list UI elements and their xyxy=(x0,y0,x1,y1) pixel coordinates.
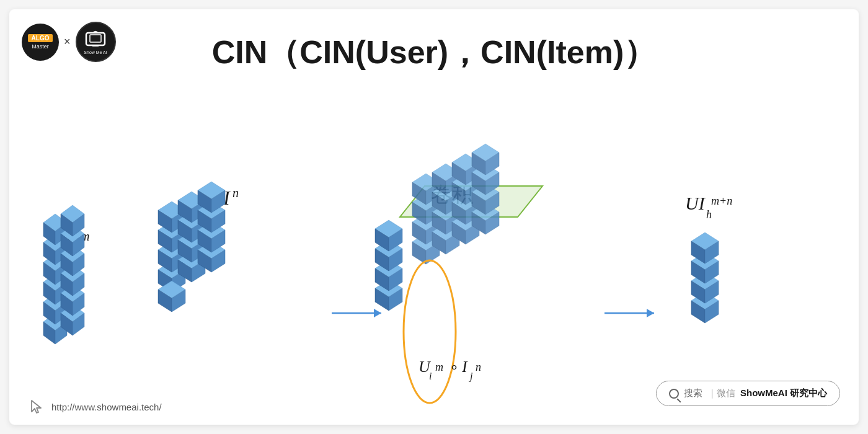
label-formula-isub: j xyxy=(469,371,473,382)
footer-url: http://www.showmeai.tech/ xyxy=(51,402,162,412)
label-uimn-sub: h xyxy=(706,208,712,221)
label-formula-sub: i xyxy=(429,371,432,381)
label-uimn: UI xyxy=(685,193,706,213)
cursor-icon xyxy=(28,398,45,415)
label-formula-isup: n xyxy=(476,361,481,373)
footer: http://www.showmeai.tech/ xyxy=(28,398,162,415)
search-box: 搜索 ｜微信 ShowMeAI 研究中心 xyxy=(656,381,840,406)
ellipse-highlight xyxy=(404,260,456,403)
main-title: CIN（CIN(User)，CIN(Item)） xyxy=(9,31,859,74)
label-uimn-sup: m+n xyxy=(711,195,732,207)
main-diagram: U m xyxy=(9,105,859,409)
cube-stack-um xyxy=(43,205,84,344)
cube-stack-result xyxy=(691,232,719,323)
label-formula-i: I xyxy=(461,358,468,376)
label-in-sup: n xyxy=(232,186,239,200)
arrow-1 xyxy=(332,309,381,317)
arrow-2 xyxy=(604,309,654,317)
slide: ALGO Master × Show Me AI CIN（CIN(User)，C… xyxy=(9,9,859,425)
search-label: 搜索 xyxy=(684,388,702,399)
svg-marker-79 xyxy=(374,309,381,317)
label-formula-circ: ∘ xyxy=(450,359,459,375)
cube-stack-convolution xyxy=(375,144,542,403)
label-formula-sup: m xyxy=(435,361,443,373)
svg-marker-142 xyxy=(647,309,654,317)
search-brand: ShowMeAI 研究中心 xyxy=(740,388,827,399)
search-divider: ｜微信 xyxy=(707,388,735,399)
search-icon xyxy=(669,389,679,399)
cube-stack-in xyxy=(158,182,225,312)
